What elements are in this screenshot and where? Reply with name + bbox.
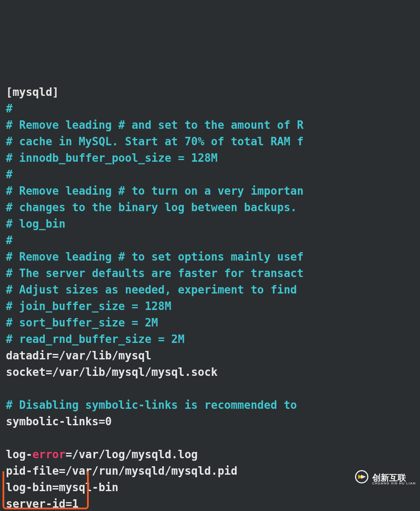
config-log-bin: log-bin=mysql-bin: [6, 481, 118, 494]
comment-line: #: [6, 234, 13, 247]
watermark: 创新互联 CHUANG XIN HU LIAN: [328, 453, 416, 505]
config-datadir: datadir=/var/lib/mysql: [6, 349, 151, 362]
comment-line: #: [6, 102, 13, 115]
comment-line: # changes to the binary log between back…: [6, 201, 297, 214]
comment-line: # Remove leading # and set to the amount…: [6, 119, 303, 131]
comment-line: # sort_buffer_size = 2M: [6, 316, 158, 329]
comment-line: # cache in MySQL. Start at 70% of total …: [6, 135, 303, 148]
comment-line: # Disabling symbolic-links is recommende…: [6, 399, 303, 411]
section-header: [mysqld]: [6, 86, 59, 98]
comment-line: # Remove leading # to turn on a very imp…: [6, 185, 303, 197]
watermark-text-en: CHUANG XIN HU LIAN: [372, 482, 416, 485]
comment-line: # Remove leading # to set options mainly…: [6, 250, 303, 263]
watermark-text-cn: 创新互联: [372, 473, 416, 482]
config-server-id: server-id=1: [6, 497, 79, 510]
config-symbolic-links: symbolic-links=0: [6, 415, 112, 428]
watermark-logo-icon: [328, 453, 369, 505]
comment-line: # innodb_buffer_pool_size = 128M: [6, 152, 218, 164]
comment-line: # read_rnd_buffer_size = 2M: [6, 333, 185, 345]
key-part: log-: [6, 448, 33, 461]
comment-line: # The server defaults are faster for tra…: [6, 267, 303, 280]
error-keyword: error: [33, 448, 65, 461]
value-part: =/var/log/mysqld.log: [65, 448, 198, 461]
config-pid-file: pid-file=/var/run/mysqld/mysqld.pid: [6, 465, 237, 477]
config-file-view: [mysqld] # # Remove leading # and set to…: [0, 66, 420, 511]
comment-line: #: [6, 168, 13, 181]
comment-line: # Adjust sizes as needed, experiment to …: [6, 283, 303, 296]
comment-line: # log_bin: [6, 217, 65, 230]
comment-line: # join_buffer_size = 128M: [6, 300, 171, 313]
config-socket: socket=/var/lib/mysql/mysql.sock: [6, 366, 218, 378]
config-log-error: log-error=/var/log/mysqld.log: [6, 448, 198, 461]
